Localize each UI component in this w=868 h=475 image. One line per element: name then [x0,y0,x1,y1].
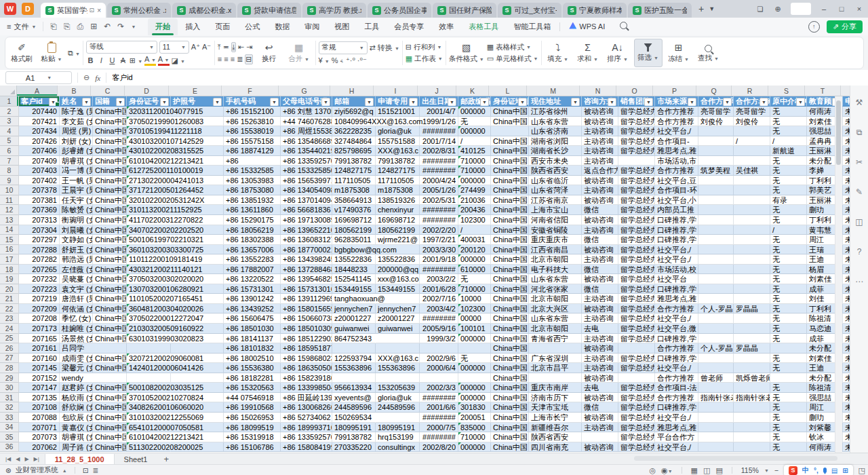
cell[interactable] [458,343,491,354]
cell[interactable] [376,343,420,354]
cell[interactable]: China中国 [491,442,529,453]
cell[interactable] [171,373,224,383]
cell[interactable] [698,402,734,413]
cell[interactable]: China中国 [93,294,127,304]
cell[interactable]: 广东省深圳 [529,354,582,364]
row-number[interactable]: 1 [0,96,19,107]
cell[interactable]: China中国 [491,354,529,364]
align-middle-icon[interactable]: ≖ [223,43,229,52]
cell[interactable]: 主动咨询 [582,146,618,156]
cell[interactable] [127,373,171,383]
cell[interactable]: 962835011 [332,235,376,245]
cell[interactable]: 留学总经办 [618,442,655,453]
right-sidebar-icon[interactable]: ⋯ [855,277,863,286]
skin-icon[interactable]: ⊕ [769,5,787,14]
share-button[interactable]: ⇗ 分享 [827,20,863,33]
cell[interactable]: 留学总经办 [618,265,655,275]
sort-button[interactable]: A↓ 排序 ▼ [604,43,631,64]
eye-icon[interactable]: ◎ [649,466,656,475]
cell[interactable]: 180562199 [332,225,376,235]
cell[interactable]: +86 1580841999 [281,442,332,453]
cell[interactable]: 799138782 [332,432,376,442]
cell[interactable]: 207409 [19,156,60,166]
cell[interactable]: China中国 [491,107,529,117]
filter-dropdown-icon[interactable]: ▼ [448,98,456,107]
cell[interactable]: 社交平台 [655,274,698,284]
column-letter-N[interactable]: N [580,86,616,96]
cell[interactable]: +86 1335925706 [281,156,332,166]
cell[interactable]: 留学总经办 [618,383,655,393]
cell[interactable] [734,235,770,245]
cell[interactable]: 100101 [458,324,491,334]
cell[interactable]: +86 13439252 [224,304,281,314]
cell[interactable] [734,274,770,284]
header-cell[interactable]: 客户id▼ [19,96,60,107]
cell[interactable]: 000000 [458,442,491,453]
cell[interactable]: 无 [770,354,807,364]
cell[interactable]: +86 19910568 [224,402,281,413]
column-letter-J[interactable]: J [418,86,456,96]
cell[interactable]: 有录 [770,195,807,206]
cell[interactable] [734,442,770,453]
cell[interactable]: 207208 [19,314,60,324]
cell[interactable]: +86 1391129694 [281,294,332,304]
cell[interactable]: 370502200012272047 [127,314,171,324]
cell[interactable]: 社交平台,/ [655,126,698,136]
cell[interactable]: 个人-罗晶 [698,343,734,354]
row-number[interactable]: 19 [0,274,19,284]
cell[interactable]: 207381 [19,195,60,206]
cell[interactable]: 刘俊伶 [698,117,734,127]
cell[interactable]: 207165 [19,334,60,344]
cell[interactable]: 207219 [19,294,60,304]
column-letter-D[interactable]: D [125,86,169,96]
cell[interactable]: tanghaoxuan@ [332,294,376,304]
worksheet-button[interactable]: ▦ 工作表 ▼ [406,54,443,64]
cell[interactable]: 无 [770,254,807,265]
cell[interactable]: China中国 [491,265,529,275]
menu-item-页面[interactable]: 页面 [208,18,237,35]
menu-item-会员专享[interactable]: 会员专享 [387,18,431,35]
cell[interactable]: 10000 [458,294,491,304]
cell[interactable]: 留学总经办 [618,136,655,147]
cell[interactable]: 社交平台,微 [655,324,698,334]
name-box[interactable]: A1▼ [5,71,72,84]
cell[interactable]: China中国 [491,423,529,433]
align-right-icon[interactable]: ≡ [231,55,235,63]
cell[interactable]: 被动咨询 [582,107,618,117]
page-break-view-icon[interactable]: ▤ [715,466,722,475]
cell[interactable]: +86 13053983 [224,176,281,186]
filter-dropdown-icon[interactable]: ▼ [723,98,732,107]
header-cell[interactable]: 合作方公司▼ [698,96,734,107]
cell[interactable]: 北京市朝阳 [529,324,582,334]
cell[interactable]: 留学总经办 [618,117,655,127]
cell[interactable] [734,363,770,373]
cell[interactable]: +86 13552283 [224,254,281,265]
cell[interactable]: / [458,225,491,235]
fill-color-icon[interactable]: A ▼ [144,56,156,66]
cell[interactable] [698,383,734,393]
cell[interactable]: 湖南省浏阳 [529,136,582,147]
maximize-button[interactable]: □ [833,5,850,13]
cell[interactable] [734,354,770,364]
cell[interactable]: 北京市昌平 [529,363,582,373]
cell[interactable]: 留学总经办 [618,284,655,294]
cell[interactable]: 刘俊伶 [734,117,770,127]
cell[interactable]: 新疆维吾尔 [529,423,582,433]
cell[interactable]: 李文茹 (女 [60,117,93,127]
doc-assist-icon[interactable]: ≣ [93,466,99,474]
cell[interactable]: 2001/9/18 [420,254,458,265]
cell[interactable]: +86 18302388 [224,235,281,245]
align-top-icon[interactable]: ⤒ [218,43,221,52]
first-sheet-icon[interactable]: |◀ [5,456,11,462]
cell[interactable]: v17490376 [332,205,376,215]
cell[interactable]: 留学总经办 [618,107,655,117]
cell[interactable]: 无 [770,334,807,344]
select-all-corner[interactable] [0,86,17,96]
cell[interactable]: 北京大兴区 [529,304,582,314]
cell[interactable]: 被动咨询 [582,245,618,255]
cell[interactable]: 平台合作方 [655,432,698,442]
cell-style-button[interactable]: ▭ 单元格样式 ▼ [487,54,538,64]
cell[interactable]: +86 13220522 [224,274,281,284]
cell[interactable]: 2002/8/31 [420,146,458,156]
cell[interactable]: ziyi5692@q [332,107,376,117]
